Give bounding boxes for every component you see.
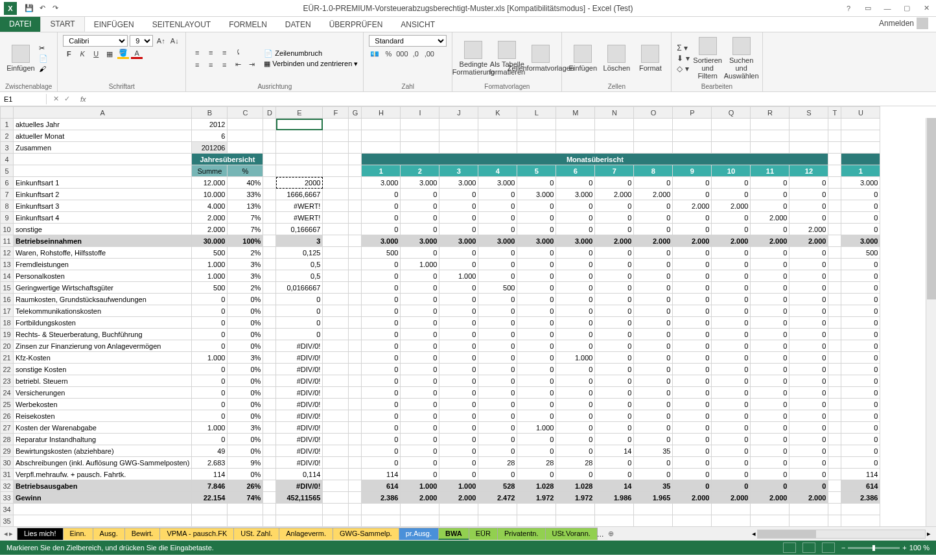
cell-K29[interactable]: 0 xyxy=(478,445,517,457)
cell-G14[interactable] xyxy=(349,270,362,282)
paste-button[interactable]: Einfügen xyxy=(5,45,36,72)
cell-P9[interactable]: 0 xyxy=(673,212,712,224)
cell-C17[interactable]: 0% xyxy=(228,305,263,317)
cell-M33[interactable]: 1.972 xyxy=(556,492,595,504)
cell-J16[interactable]: 0 xyxy=(439,294,478,305)
cell-K7[interactable]: 0 xyxy=(478,189,517,200)
col-header-Q[interactable]: Q xyxy=(712,107,751,119)
cell-S32[interactable]: 0 xyxy=(790,480,828,492)
zoom-level[interactable]: 100 % xyxy=(909,544,930,552)
sort-filter-button[interactable]: Sortieren und Filtern xyxy=(692,37,723,80)
cell-E27[interactable]: #DIV/0! xyxy=(276,422,323,434)
cell-P19[interactable]: 0 xyxy=(673,329,712,340)
cell-A7[interactable]: Einkunftsart 2 xyxy=(14,189,192,200)
row-header-2[interactable]: 2 xyxy=(1,130,14,142)
col-header-L[interactable]: L xyxy=(517,107,556,119)
cell-B29[interactable]: 49 xyxy=(192,445,228,457)
cell-F31[interactable] xyxy=(323,469,349,480)
cell-O1[interactable] xyxy=(634,119,673,130)
row-header-14[interactable]: 14 xyxy=(1,270,14,282)
cell-C8[interactable]: 13% xyxy=(228,200,263,212)
cell-U7[interactable]: 0 xyxy=(841,189,880,200)
cell-S1[interactable] xyxy=(790,119,828,130)
cell-A25[interactable]: Werbekosten xyxy=(14,399,192,410)
cell-I23[interactable]: 0 xyxy=(401,375,439,387)
cell-A23[interactable]: betriebl. Steuern xyxy=(14,375,192,387)
cell-H25[interactable]: 0 xyxy=(362,399,401,410)
cell-D2[interactable] xyxy=(263,130,276,142)
cell-A4[interactable] xyxy=(14,154,192,165)
cell-styles-button[interactable]: Zellenformatvorlagen xyxy=(525,45,556,72)
italic-button[interactable]: K xyxy=(76,49,88,59)
cell-C14[interactable]: 3% xyxy=(228,270,263,282)
cell-H28[interactable]: 0 xyxy=(362,434,401,445)
cell-A1[interactable]: aktuelles Jahr xyxy=(14,119,192,130)
row-header-4[interactable]: 4 xyxy=(1,154,14,165)
cell-R3[interactable] xyxy=(751,142,790,154)
cell-A3[interactable]: Zusammen xyxy=(14,142,192,154)
cell-R23[interactable]: 0 xyxy=(751,375,790,387)
cell-M18[interactable]: 0 xyxy=(556,317,595,329)
cell-K9[interactable]: 0 xyxy=(478,212,517,224)
cell-R31[interactable]: 0 xyxy=(751,469,790,480)
tab-data[interactable]: DATEN xyxy=(276,18,320,32)
cell-A8[interactable]: Einkunftsart 3 xyxy=(14,200,192,212)
cell-T14[interactable] xyxy=(828,270,841,282)
cell-R17[interactable]: 0 xyxy=(751,305,790,317)
cell-C1[interactable] xyxy=(228,119,263,130)
cell-C7[interactable]: 33% xyxy=(228,189,263,200)
cell-M31[interactable]: 0 xyxy=(556,469,595,480)
cut-icon[interactable]: ✂ xyxy=(39,44,48,52)
cell-K21[interactable]: 0 xyxy=(478,352,517,364)
cell-L31[interactable]: 0 xyxy=(517,469,556,480)
cell-I11[interactable]: 3.000 xyxy=(401,235,439,247)
cell-R30[interactable]: 0 xyxy=(751,457,790,469)
cell-G11[interactable] xyxy=(349,235,362,247)
cell-A16[interactable]: Raumkosten, Grundstücksaufwendungen xyxy=(14,294,192,305)
cell-A27[interactable]: Kosten der Warenabgabe xyxy=(14,422,192,434)
delete-cells-button[interactable]: Löschen xyxy=(601,45,632,72)
col-header-K[interactable]: K xyxy=(478,107,517,119)
cell-D16[interactable] xyxy=(263,294,276,305)
cell-O8[interactable]: 0 xyxy=(634,200,673,212)
cell-N6[interactable]: 0 xyxy=(595,177,634,189)
cell-K30[interactable]: 28 xyxy=(478,457,517,469)
more-tabs-icon[interactable]: … xyxy=(597,530,604,538)
cell-U17[interactable]: 0 xyxy=(841,305,880,317)
cell-E31[interactable]: 0,114 xyxy=(276,469,323,480)
cell-K11[interactable]: 3.000 xyxy=(478,235,517,247)
cell-H32[interactable]: 614 xyxy=(362,480,401,492)
tab-insert[interactable]: EINFÜGEN xyxy=(85,18,143,32)
sheet-tab-9[interactable]: BWA xyxy=(438,528,469,540)
cell-F3[interactable] xyxy=(323,142,349,154)
cell-B17[interactable]: 0 xyxy=(192,305,228,317)
cell-Q30[interactable]: 0 xyxy=(712,457,751,469)
cell-M6[interactable]: 0 xyxy=(556,177,595,189)
cell-Q25[interactable]: 0 xyxy=(712,399,751,410)
cell-K18[interactable]: 0 xyxy=(478,317,517,329)
cell-O2[interactable] xyxy=(634,130,673,142)
cell-K34[interactable] xyxy=(478,504,517,515)
cell-L15[interactable]: 0 xyxy=(517,282,556,294)
row-header-25[interactable]: 25 xyxy=(1,399,14,410)
cell-R9[interactable]: 2.000 xyxy=(751,212,790,224)
cell-I13[interactable]: 1.000 xyxy=(401,259,439,270)
cell-Q10[interactable]: 0 xyxy=(712,224,751,235)
row-header-29[interactable]: 29 xyxy=(1,445,14,457)
cell-J35[interactable] xyxy=(439,515,478,527)
cell-H18[interactable]: 0 xyxy=(362,317,401,329)
cell-B26[interactable]: 0 xyxy=(192,410,228,422)
cell-Q23[interactable]: 0 xyxy=(712,375,751,387)
cell-E32[interactable]: #DIV/0! xyxy=(276,480,323,492)
cell-F10[interactable] xyxy=(323,224,349,235)
cell-C3[interactable] xyxy=(228,142,263,154)
row-header-16[interactable]: 16 xyxy=(1,294,14,305)
redo-icon[interactable]: ↷ xyxy=(49,3,61,14)
cell-U9[interactable]: 0 xyxy=(841,212,880,224)
cell-G9[interactable] xyxy=(349,212,362,224)
cell-G17[interactable] xyxy=(349,305,362,317)
cell-A18[interactable]: Fortbildungskosten xyxy=(14,317,192,329)
cell-U23[interactable]: 0 xyxy=(841,375,880,387)
cell-H8[interactable]: 0 xyxy=(362,200,401,212)
cell-U35[interactable] xyxy=(841,515,880,527)
